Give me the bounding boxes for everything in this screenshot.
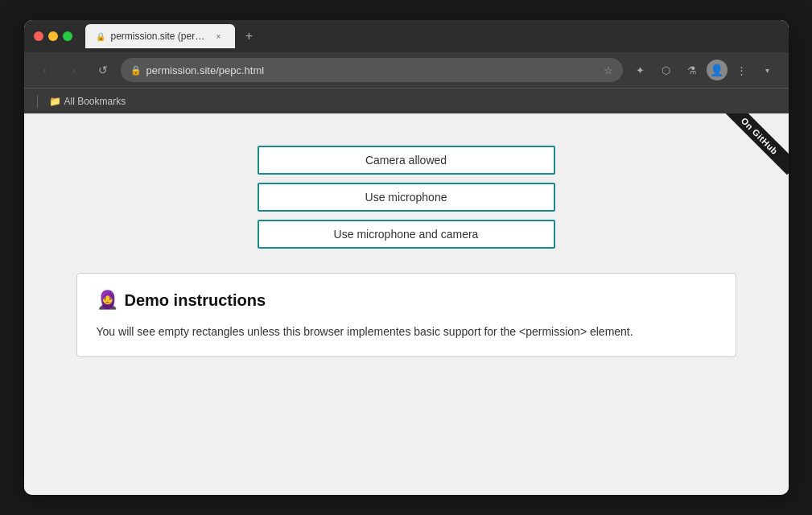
active-tab[interactable]: 🔒 permission.site (permission e × — [85, 24, 235, 48]
lock-icon: 🔒 — [130, 65, 142, 76]
demo-text: You will see empty rectangles unless thi… — [97, 323, 716, 340]
github-ribbon-text: On GitHub — [721, 113, 789, 175]
address-bar[interactable]: 🔒 permission.site/pepc.html ☆ — [121, 58, 623, 82]
minimize-button[interactable] — [48, 31, 58, 41]
forward-button[interactable]: › — [63, 59, 85, 81]
title-bar: 🔒 permission.site (permission e × + — [24, 20, 789, 52]
tab-bar: 🔒 permission.site (permission e × + — [85, 24, 779, 48]
folder-icon: 📁 — [49, 96, 61, 107]
demo-instructions-box: 🧕 Demo instructions You will see empty r… — [76, 273, 736, 357]
close-button[interactable] — [34, 31, 43, 41]
back-button[interactable]: ‹ — [34, 59, 56, 81]
star-icon: ☆ — [604, 64, 613, 76]
new-tab-button[interactable]: + — [238, 25, 261, 47]
use-microphone-camera-button[interactable]: Use microphone and camera — [258, 220, 555, 249]
demo-header: 🧕 Demo instructions — [97, 290, 716, 311]
extensions-button[interactable]: ⬡ — [655, 59, 678, 81]
demo-title: Demo instructions — [125, 291, 266, 310]
traffic-lights — [34, 31, 72, 41]
all-bookmarks-link[interactable]: 📁 All Bookmarks — [44, 94, 131, 109]
nav-bar: ‹ › ↺ 🔒 permission.site/pepc.html ☆ ✦ ⬡ … — [24, 52, 789, 88]
tab-close-button[interactable]: × — [212, 30, 225, 43]
bookmarks-label: All Bookmarks — [64, 96, 126, 107]
demo-icon: 🧕 — [97, 290, 118, 311]
tab-favicon: 🔒 — [95, 31, 106, 42]
magic-button[interactable]: ✦ — [629, 59, 652, 81]
profile-button[interactable]: 👤 — [707, 60, 728, 80]
maximize-button[interactable] — [63, 31, 72, 41]
github-ribbon: On GitHub — [708, 113, 789, 194]
url-text: permission.site/pepc.html — [146, 64, 599, 76]
more-button[interactable]: ⋮ — [731, 59, 753, 81]
permission-buttons: Camera allowed Use microphone Use microp… — [258, 146, 555, 249]
nav-actions: ✦ ⬡ ⚗ 👤 ⋮ ▾ — [629, 59, 779, 81]
bookmarks-bar: 📁 All Bookmarks — [24, 88, 789, 113]
lab-button[interactable]: ⚗ — [681, 59, 703, 81]
page-content: On GitHub Camera allowed Use microphone … — [24, 113, 789, 495]
use-microphone-button[interactable]: Use microphone — [258, 183, 555, 212]
reload-button[interactable]: ↺ — [92, 59, 114, 81]
dropdown-button[interactable]: ▾ — [756, 59, 779, 81]
browser-window: 🔒 permission.site (permission e × + ‹ › … — [24, 20, 789, 495]
bookmarks-divider — [37, 95, 38, 108]
tab-title: permission.site (permission e — [111, 31, 208, 42]
camera-allowed-button[interactable]: Camera allowed — [258, 146, 555, 175]
